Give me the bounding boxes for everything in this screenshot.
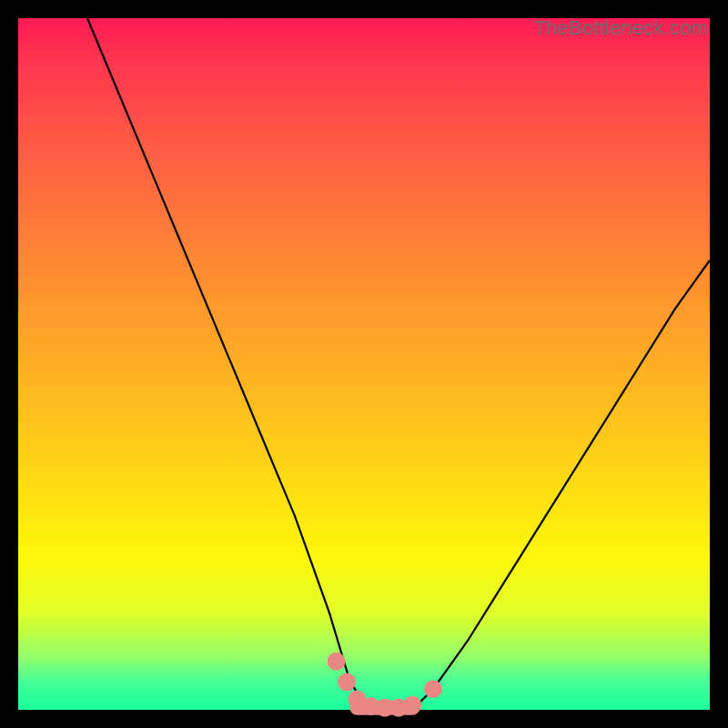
marker-cluster [328, 652, 442, 717]
bottleneck-curve-group [87, 18, 710, 710]
bottleneck-curve [87, 18, 710, 710]
marker-dot [424, 680, 442, 698]
chart-svg [18, 18, 710, 710]
watermark-text: TheBottleneck.com [533, 16, 708, 40]
marker-dot [338, 673, 356, 692]
marker-dot [328, 652, 346, 671]
plot-area [18, 18, 710, 710]
marker-dot [403, 696, 421, 714]
chart-frame: TheBottleneck.com [0, 0, 728, 728]
